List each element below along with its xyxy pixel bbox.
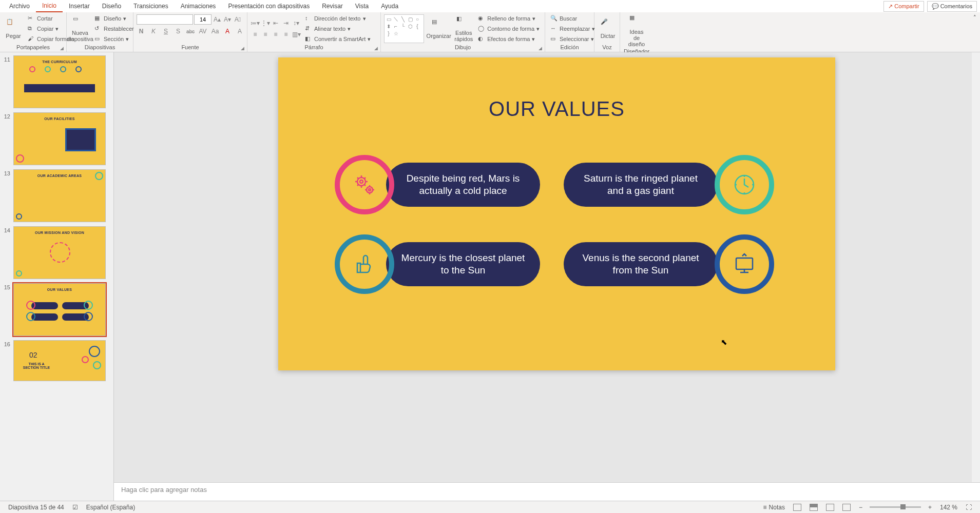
shadow-button[interactable]: S (174, 27, 183, 36)
slide-counter[interactable]: Diapositiva 15 de 44 (4, 504, 68, 511)
select-button[interactable]: ▭Seleccionar ▾ (548, 34, 597, 44)
spacing-button[interactable]: AV (198, 27, 207, 36)
paste-icon: 📋 (6, 18, 21, 33)
thumbnail-16[interactable]: 16 02 THIS IS A SECTION TITLE (0, 339, 113, 382)
decrease-font-button[interactable]: A▾ (223, 15, 232, 24)
tab-ayuda[interactable]: Ayuda (375, 1, 405, 12)
strike-button[interactable]: abc (186, 27, 195, 36)
slide-title[interactable]: OUR VALUES (278, 97, 835, 121)
shape-line2-icon: ╲ (400, 16, 406, 22)
section-button[interactable]: ▭Sección ▾ (92, 34, 136, 44)
tab-animaciones[interactable]: Animaciones (175, 1, 222, 12)
fit-window-button[interactable]: ⛶ (962, 504, 976, 511)
bullets-button[interactable]: ≔▾ (251, 18, 260, 28)
decrease-indent-button[interactable]: ⇤ (271, 18, 280, 28)
zoom-slider[interactable] (870, 506, 921, 508)
new-slide-button[interactable]: ▭ Nueva diapositiva (70, 14, 90, 43)
paragraph-dialog-launcher[interactable]: ◢ (374, 46, 379, 51)
comments-button[interactable]: 💬 Comentarios (927, 1, 977, 12)
line-spacing-button[interactable]: ↕▾ (292, 18, 301, 28)
justify-button[interactable]: ≡ (281, 30, 291, 39)
tab-presentacion[interactable]: Presentación con diapositivas (222, 1, 316, 12)
tab-diseno[interactable]: Diseño (96, 1, 127, 12)
paste-button[interactable]: 📋 Pegar (3, 17, 24, 40)
thumbnail-14[interactable]: 14 OUR MISSION AND VISION (0, 225, 113, 280)
font-dialog-launcher[interactable]: ◢ (241, 46, 246, 51)
vertical-scrollbar[interactable] (972, 52, 980, 482)
align-center-button[interactable]: ≡ (261, 30, 270, 39)
slide[interactable]: OUR VALUES Despite being red, Mars is ac… (278, 57, 835, 370)
notes-pane[interactable]: Haga clic para agregar notas (114, 482, 980, 501)
thumbnail-15[interactable]: 15 OUR VALUES (0, 282, 113, 337)
font-size-select[interactable] (194, 14, 212, 25)
drawing-dialog-launcher[interactable]: ◢ (539, 46, 544, 51)
thumbnail-12[interactable]: 12 OUR FACILITIES (0, 111, 113, 166)
quick-styles-label: Estilos rápidos (454, 30, 473, 42)
increase-indent-button[interactable]: ⇥ (281, 18, 291, 28)
tab-inicio[interactable]: Inicio (36, 0, 63, 12)
comments-label: Comentarios (940, 3, 972, 9)
shape-fill-button[interactable]: ◉Relleno de forma ▾ (476, 14, 542, 23)
zoom-in-button[interactable]: + (924, 504, 936, 511)
sorter-view-button[interactable] (805, 504, 822, 511)
dictate-button[interactable]: 🎤Dictar (598, 17, 618, 40)
align-text-button[interactable]: ⇵Alinear texto ▾ (303, 24, 373, 33)
increase-font-button[interactable]: A▴ (213, 15, 222, 24)
arrange-button[interactable]: ▤Organizar (426, 17, 451, 40)
language-button[interactable]: Español (España) (82, 504, 139, 511)
reading-view-icon (826, 504, 834, 511)
highlight-button[interactable]: A (235, 27, 244, 36)
thumbnail-11[interactable]: 11 THE CURRICULUM (0, 54, 113, 109)
zoom-out-button[interactable]: − (855, 504, 867, 511)
smartart-button[interactable]: ◧Convertir a SmartArt ▾ (303, 34, 373, 44)
text-direction-label: Dirección del texto (314, 15, 361, 22)
new-slide-label: Nueva diapositiva (67, 30, 93, 42)
replace-icon: ↔ (550, 25, 558, 32)
bold-button[interactable]: N (137, 27, 146, 36)
design-ideas-label: Ideas de diseño (626, 29, 647, 47)
quick-styles-button[interactable]: ◧Estilos rápidos (453, 14, 474, 43)
font-color-button[interactable]: A (223, 27, 232, 36)
tab-revisar[interactable]: Revisar (316, 1, 349, 12)
canvas-scroll[interactable]: OUR VALUES Despite being red, Mars is ac… (114, 52, 980, 482)
thumbnail-panel[interactable]: 11 THE CURRICULUM 12 OUR FACILITIES 13 (0, 52, 114, 501)
clear-format-button[interactable]: A⃠ (233, 15, 242, 24)
share-button[interactable]: ↗ Compartir (883, 1, 924, 12)
font-name-select[interactable] (137, 14, 193, 25)
find-button[interactable]: 🔍Buscar (548, 14, 597, 23)
thumbnail-13[interactable]: 13 OUR ACADEMIC AREAS (0, 168, 113, 223)
text-direction-button[interactable]: ↕Dirección del texto ▾ (303, 14, 373, 23)
notes-toggle-button[interactable]: ≡ Notas (759, 504, 789, 511)
tab-vista[interactable]: Vista (349, 1, 375, 12)
case-button[interactable]: Aa (210, 27, 220, 36)
brush-icon: 🖌 (28, 35, 35, 43)
thumb-number: 12 (3, 112, 10, 120)
columns-button[interactable]: ▥▾ (292, 30, 301, 39)
collapse-ribbon-button[interactable]: ˄ (970, 12, 980, 52)
accessibility-button[interactable]: ☑ (68, 504, 82, 511)
numbering-button[interactable]: ⋮▾ (261, 18, 270, 28)
clipboard-dialog-launcher[interactable]: ◢ (60, 46, 65, 51)
tab-archivo[interactable]: Archivo (3, 1, 36, 12)
layout-button[interactable]: ▦Diseño ▾ (92, 14, 136, 23)
underline-button[interactable]: S (161, 27, 170, 36)
shape-effects-button[interactable]: ◐Efectos de forma ▾ (476, 34, 542, 44)
shape-outline-button[interactable]: ◯Contorno de forma ▾ (476, 24, 542, 33)
share-label: Compartir (894, 3, 919, 9)
align-right-button[interactable]: ≡ (271, 30, 280, 39)
design-ideas-button[interactable]: ▦Ideas de diseño (623, 13, 650, 48)
thumb-preview: OUR ACADEMIC AREAS (13, 169, 106, 222)
replace-button[interactable]: ↔Reemplazar ▾ (548, 24, 597, 33)
normal-view-button[interactable] (789, 504, 805, 511)
reset-button[interactable]: ↺Restablecer (92, 24, 136, 33)
shapes-gallery[interactable]: ▭＼╲▢○⬍ ⌐└⬡{}☆ (384, 14, 424, 43)
italic-button[interactable]: K (149, 27, 158, 36)
tab-insertar[interactable]: Insertar (63, 1, 96, 12)
arrange-icon: ▤ (432, 18, 446, 33)
reading-view-button[interactable] (822, 504, 838, 511)
tab-transiciones[interactable]: Transiciones (127, 1, 175, 12)
align-left-button[interactable]: ≡ (251, 30, 260, 39)
slideshow-view-button[interactable] (838, 504, 855, 511)
zoom-percent[interactable]: 142 % (936, 504, 962, 511)
layout-icon: ▦ (94, 15, 102, 22)
